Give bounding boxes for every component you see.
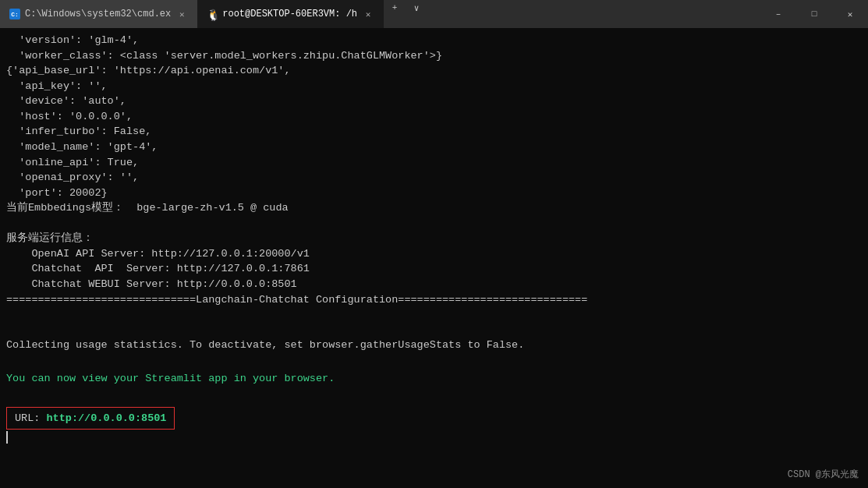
tab-cmd[interactable]: C: C:\Windows\system32\cmd.ex ✕ bbox=[0, 0, 197, 28]
window-controls: – □ ✕ bbox=[760, 0, 868, 28]
terminal-blank-5 bbox=[6, 387, 862, 402]
terminal-cursor bbox=[6, 431, 8, 444]
streamlit-message: You can now view your Streamlit app in y… bbox=[6, 371, 862, 387]
terminal-line-5: 'host': '0.0.0.0', bbox=[6, 109, 862, 125]
cmd-icon: C: bbox=[9, 9, 20, 19]
tabs-area: C: C:\Windows\system32\cmd.ex ✕ 🐧 root@D… bbox=[0, 0, 427, 28]
terminal-line-4: 'device': 'auto', bbox=[6, 94, 862, 109]
terminal-blank-3 bbox=[6, 323, 862, 338]
terminal-blank-4 bbox=[6, 353, 862, 369]
url-label: URL: bbox=[15, 412, 40, 424]
terminal-blank-2 bbox=[6, 307, 862, 323]
tab-dropdown-button[interactable]: ∨ bbox=[406, 0, 427, 16]
close-button[interactable]: ✕ bbox=[832, 0, 868, 28]
tab-linux[interactable]: 🐧 root@DESKTOP-60ER3VM: /h ✕ bbox=[197, 0, 384, 28]
minimize-button[interactable]: – bbox=[760, 0, 796, 28]
terminal-line-10: 'port': 20002} bbox=[6, 186, 862, 201]
terminal-line-7: 'model_name': 'gpt-4', bbox=[6, 140, 862, 155]
terminal-line-12: 服务端运行信息： bbox=[6, 231, 862, 246]
collecting-line: Collecting usage statistics. To deactiva… bbox=[6, 338, 862, 353]
url-box: URL: http://0.0.0.0:8501 bbox=[6, 407, 175, 430]
terminal-line-14: Chatchat API Server: http://127.0.0.1:78… bbox=[6, 261, 862, 277]
terminal-line-2: {'api_base_url': 'https://api.openai.com… bbox=[6, 63, 862, 79]
tab-linux-close[interactable]: ✕ bbox=[362, 8, 374, 20]
terminal-line-13: OpenAI API Server: http://127.0.0.1:2000… bbox=[6, 246, 862, 262]
cursor-line bbox=[6, 431, 862, 444]
tab-cmd-close[interactable]: ✕ bbox=[175, 8, 188, 20]
linux-icon: 🐧 bbox=[207, 9, 218, 19]
terminal-line-blank-1 bbox=[6, 216, 862, 232]
add-tab-button[interactable]: + bbox=[384, 0, 406, 16]
maximize-button[interactable]: □ bbox=[796, 0, 832, 28]
terminal: 'version': 'glm-4', 'worker_class': <cla… bbox=[0, 28, 868, 488]
tab-linux-label: root@DESKTOP-60ER3VM: /h bbox=[222, 9, 357, 19]
terminal-line-8: 'online_api': True, bbox=[6, 155, 862, 171]
terminal-line-1: 'worker_class': <class 'server.model_wor… bbox=[6, 48, 862, 64]
watermark: CSDN @东风光魔 bbox=[788, 469, 859, 482]
terminal-line-3: 'api_key': '', bbox=[6, 79, 862, 94]
terminal-line-15: Chatchat WEBUI Server: http://0.0.0.0:85… bbox=[6, 277, 862, 292]
tab-cmd-label: C:\Windows\system32\cmd.ex bbox=[25, 9, 171, 19]
terminal-line-6: 'infer_turbo': False, bbox=[6, 124, 862, 140]
terminal-line-0: 'version': 'glm-4', bbox=[6, 33, 862, 48]
terminal-line-9: 'openai_proxy': '', bbox=[6, 170, 862, 186]
titlebar: C: C:\Windows\system32\cmd.ex ✕ 🐧 root@D… bbox=[0, 0, 868, 28]
url-value: http://0.0.0.0:8501 bbox=[47, 412, 167, 424]
terminal-line-11: 当前Embbedings模型： bge-large-zh-v1.5 @ cuda bbox=[6, 200, 862, 216]
terminal-divider: ==============================Langchain-… bbox=[6, 292, 862, 308]
